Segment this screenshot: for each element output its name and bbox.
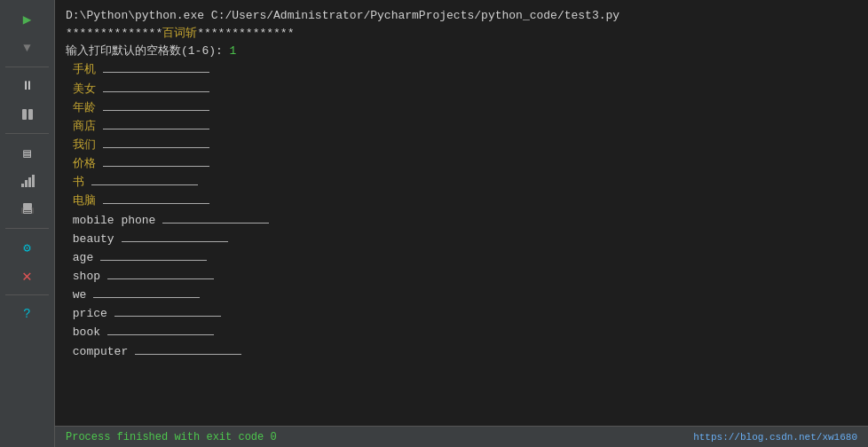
separator-title: 百词斩: [162, 25, 197, 43]
field-3: [103, 117, 209, 129]
divider-2: [5, 133, 49, 134]
eng-row-3: shop: [66, 267, 857, 286]
english-item-2: age: [66, 249, 93, 267]
eng-row-6: book: [66, 323, 857, 341]
divider-1: [5, 67, 49, 67]
svg-rect-3: [25, 180, 28, 187]
svg-rect-10: [24, 212, 31, 213]
coverage-icon[interactable]: ▤: [13, 140, 42, 165]
field-4: [103, 136, 209, 148]
rerun-icon[interactable]: [13, 102, 42, 127]
eng-row-7: computer: [66, 342, 857, 361]
csdn-link[interactable]: https://blog.csdn.net/xw1680: [693, 432, 857, 443]
stop-icon[interactable]: ▼: [13, 35, 42, 60]
eng-row-1: beauty: [66, 230, 857, 248]
field-5: [103, 154, 209, 167]
eng-field-2: [100, 248, 207, 261]
prompt-text: 输入打印默认的空格数(1-6):: [66, 43, 230, 60]
play-icon[interactable]: ▶: [13, 7, 42, 32]
terminal-output: D:\Python\python.exe C:/Users/Administra…: [55, 0, 868, 426]
pause-icon[interactable]: ⏸: [13, 74, 42, 98]
svg-rect-5: [32, 175, 35, 187]
english-item-6: book: [66, 324, 100, 341]
english-item-1: beauty: [66, 231, 114, 248]
english-item-4: we: [66, 286, 86, 304]
eng-field-5: [114, 304, 221, 317]
svg-rect-9: [24, 210, 31, 211]
profile-icon[interactable]: [13, 169, 42, 193]
separator-stars-left: **************: [66, 25, 162, 43]
prompt-value: 1: [230, 43, 237, 60]
field-6: [91, 173, 198, 185]
item-row-0: 手机: [66, 60, 857, 79]
help-icon[interactable]: ?: [13, 302, 42, 326]
chinese-item-1: 美女: [66, 81, 96, 98]
field-0: [103, 60, 209, 73]
eng-field-1: [122, 230, 228, 242]
english-item-7: computer: [66, 343, 128, 361]
toolbar: ▶ ▼ ⏸ ▤ ⚙ ✕ ?: [0, 0, 55, 447]
separator-line: **************百词斩**************: [66, 25, 857, 43]
header-line: D:\Python\python.exe C:/Users/Administra…: [66, 7, 857, 25]
header-text: D:\Python\python.exe C:/Users/Administra…: [66, 7, 619, 25]
divider-3: [5, 228, 49, 229]
item-row-3: 商店: [66, 117, 857, 136]
english-item-5: price: [66, 305, 107, 323]
print-icon[interactable]: [13, 197, 42, 222]
eng-field-3: [107, 267, 214, 279]
chinese-item-6: 书: [66, 174, 84, 192]
eng-row-5: price: [66, 304, 857, 323]
item-row-7: 电脑: [66, 192, 857, 210]
status-bar: Process finished with exit code 0 https:…: [55, 426, 868, 447]
field-7: [103, 192, 209, 204]
eng-row-4: we: [66, 286, 857, 304]
item-row-1: 美女: [66, 80, 857, 98]
item-row-5: 价格: [66, 154, 857, 173]
eng-field-7: [135, 342, 241, 355]
english-item-3: shop: [66, 268, 100, 286]
eng-row-0: mobile phone: [66, 211, 857, 230]
prompt-line: 输入打印默认的空格数(1-6): 1: [66, 43, 857, 60]
field-2: [103, 98, 209, 111]
chinese-item-4: 我们: [66, 137, 96, 154]
svg-rect-1: [28, 109, 33, 120]
chinese-item-7: 电脑: [66, 192, 96, 210]
chinese-item-0: 手机: [66, 61, 96, 79]
divider-4: [5, 294, 49, 295]
item-row-6: 书: [66, 173, 857, 192]
field-1: [103, 80, 209, 92]
eng-field-6: [107, 323, 214, 335]
item-row-4: 我们: [66, 136, 857, 154]
english-item-0: mobile phone: [66, 212, 155, 230]
item-row-2: 年龄: [66, 98, 857, 117]
status-message: Process finished with exit code 0: [66, 431, 277, 443]
main-area: D:\Python\python.exe C:/Users/Administra…: [55, 0, 868, 447]
eng-row-2: age: [66, 248, 857, 267]
chinese-item-5: 价格: [66, 155, 96, 173]
svg-rect-4: [28, 177, 31, 187]
eng-field-0: [162, 211, 269, 224]
chinese-item-3: 商店: [66, 118, 96, 136]
eng-field-4: [93, 286, 200, 298]
delete-icon[interactable]: ✕: [13, 263, 42, 288]
svg-rect-0: [22, 109, 27, 120]
separator-stars-right: **************: [197, 25, 294, 43]
settings-icon[interactable]: ⚙: [13, 235, 42, 260]
svg-rect-2: [21, 184, 24, 187]
chinese-item-2: 年龄: [66, 99, 96, 117]
